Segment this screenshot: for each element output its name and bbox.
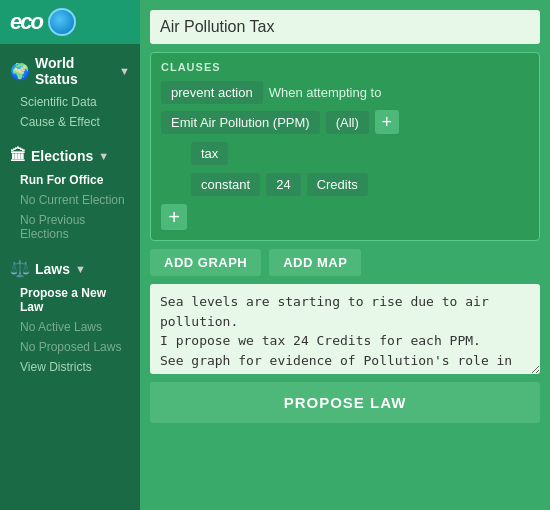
clause-row1-plus[interactable]: + (375, 110, 399, 134)
sidebar-section-laws: ⚖️ Laws ▼ Propose a New Law No Active La… (0, 248, 140, 381)
credits-tag[interactable]: Credits (307, 173, 368, 196)
app-logo: eco (10, 9, 42, 35)
constant-tag[interactable]: constant (191, 173, 260, 196)
elections-label: Elections (31, 148, 93, 164)
sidebar-item-no-proposed-laws: No Proposed Laws (0, 337, 140, 357)
sidebar-laws-header[interactable]: ⚖️ Laws ▼ (0, 252, 140, 283)
world-status-label: World Status (35, 55, 114, 87)
description-textarea[interactable] (150, 284, 540, 374)
sidebar-section-world-status: 🌍 World Status ▼ Scientific Data Cause &… (0, 44, 140, 136)
world-icon: 🌍 (10, 62, 30, 81)
main-content: CLAUSES prevent action When attempting t… (140, 0, 550, 510)
sidebar-item-cause-effect[interactable]: Cause & Effect (0, 112, 140, 132)
clauses-label: CLAUSES (161, 61, 529, 73)
add-map-button[interactable]: ADD MAP (269, 249, 361, 276)
app-header: eco (0, 0, 140, 44)
sidebar-world-status-header[interactable]: 🌍 World Status ▼ (0, 48, 140, 92)
sidebar-item-no-active-laws: No Active Laws (0, 317, 140, 337)
sidebar-section-elections: 🏛 Elections ▼ Run For Office No Current … (0, 136, 140, 248)
prevent-action-tag[interactable]: prevent action (161, 81, 263, 104)
tax-tag[interactable]: tax (191, 142, 228, 165)
laws-chevron: ▼ (75, 263, 86, 275)
value-24-tag[interactable]: 24 (266, 173, 300, 196)
emit-air-pollution-tag[interactable]: Emit Air Pollution (PPM) (161, 111, 320, 134)
clauses-box: CLAUSES prevent action When attempting t… (150, 52, 540, 241)
clause-row-2: tax (161, 142, 529, 165)
graph-map-row: ADD GRAPH ADD MAP (150, 249, 540, 276)
when-attempting-text: When attempting to (269, 85, 382, 100)
law-title-input[interactable] (150, 10, 540, 44)
sidebar-item-run-for-office[interactable]: Run For Office (0, 170, 140, 190)
clause-row-3: constant 24 Credits (161, 173, 529, 196)
sidebar-item-no-previous-elections: No Previous Elections (0, 210, 140, 244)
globe-icon (48, 8, 76, 36)
elections-chevron: ▼ (98, 150, 109, 162)
add-clause-button[interactable]: + (161, 204, 187, 230)
add-graph-button[interactable]: ADD GRAPH (150, 249, 261, 276)
laws-icon: ⚖️ (10, 259, 30, 278)
all-tag[interactable]: (All) (326, 111, 369, 134)
sidebar-item-propose-new-law[interactable]: Propose a New Law (0, 283, 140, 317)
world-status-chevron: ▼ (119, 65, 130, 77)
sidebar-item-view-districts[interactable]: View Districts (0, 357, 140, 377)
sidebar: eco 🌍 World Status ▼ Scientific Data Cau… (0, 0, 140, 510)
sidebar-elections-header[interactable]: 🏛 Elections ▼ (0, 140, 140, 170)
sidebar-item-scientific-data[interactable]: Scientific Data (0, 92, 140, 112)
laws-label: Laws (35, 261, 70, 277)
propose-law-button[interactable]: PROPOSE LAW (150, 382, 540, 423)
clause-row-1: prevent action When attempting to Emit A… (161, 81, 529, 134)
elections-icon: 🏛 (10, 147, 26, 165)
sidebar-item-no-current-election: No Current Election (0, 190, 140, 210)
